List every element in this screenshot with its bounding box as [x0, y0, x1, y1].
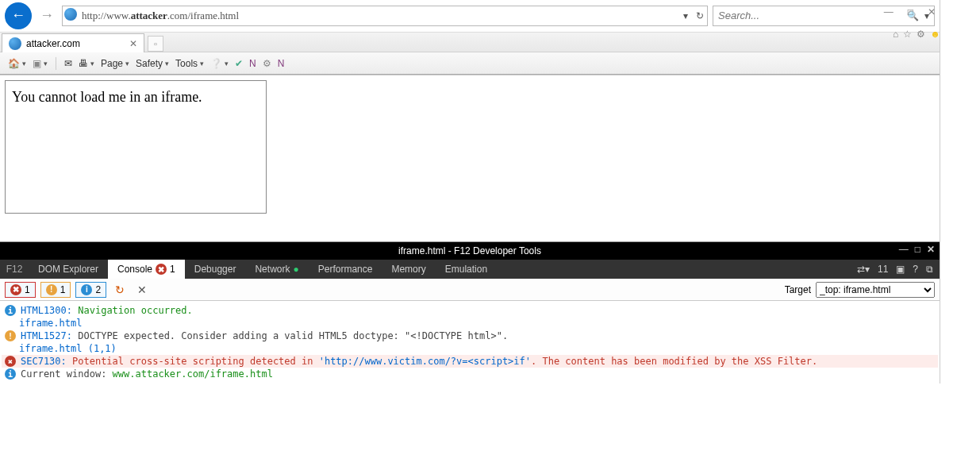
log-row-error: ✖ SEC7130: Potential cross-site scriptin…	[2, 355, 938, 368]
help-menu[interactable]: ❔	[210, 58, 229, 69]
header-count: 11	[878, 264, 888, 275]
maximize-button[interactable]: □	[908, 6, 913, 17]
refresh-icon[interactable]: ↻	[693, 10, 707, 21]
console-log: i HTML1300: Navigation occurred. iframe.…	[0, 301, 940, 384]
read-mail-icon[interactable]: ✉	[64, 58, 72, 69]
filter-warnings-button[interactable]: !1	[40, 282, 71, 298]
tab-title: attacker.com	[26, 38, 80, 49]
error-icon: ✖	[10, 284, 21, 295]
target-select[interactable]: _top: iframe.html	[816, 282, 935, 298]
favorites-icon[interactable]: ☆	[903, 29, 912, 40]
devtools-maximize-icon[interactable]: □	[915, 244, 920, 255]
tools-menu[interactable]: Tools	[175, 58, 204, 69]
address-bar[interactable]: http://www.attacker.com/iframe.html ▾ ↻	[62, 6, 708, 26]
tab-network[interactable]: Network ●	[245, 260, 308, 279]
feeds-menu[interactable]: ▣	[33, 58, 48, 69]
responsive-icon[interactable]: ⇄▾	[857, 264, 870, 275]
gear-icon[interactable]: ⚙	[263, 58, 271, 69]
safety-menu[interactable]: Safety	[136, 58, 169, 69]
devtools-panel: iframe.html - F12 Developer Tools — □ ✕ …	[0, 241, 940, 384]
log-row-file[interactable]: iframe.html	[2, 317, 938, 330]
browser-chrome-icons: ⌂ ☆ ⚙ ☻	[893, 29, 940, 40]
tab-strip: attacker.com ✕ ▫	[0, 32, 940, 52]
help-icon[interactable]: ?	[913, 264, 918, 275]
info-icon: i	[5, 305, 16, 316]
tools-gear-icon[interactable]: ⚙	[917, 29, 925, 40]
clear-console-icon[interactable]: ✕	[133, 283, 151, 296]
navigation-bar: ← → http://www.attacker.com/iframe.html …	[0, 0, 940, 32]
back-button[interactable]: ←	[5, 2, 32, 29]
clear-on-navigate-icon[interactable]: ↻	[111, 283, 129, 296]
onenote-send-icon[interactable]: N	[278, 58, 285, 69]
forward-button[interactable]: →	[37, 6, 57, 26]
error-badge-icon: ✖	[156, 264, 167, 275]
new-tab-button[interactable]: ▫	[148, 36, 163, 52]
tab-attacker[interactable]: attacker.com ✕	[2, 33, 144, 52]
devtools-tabs: F12 DOM Explorer Console ✖1 Debugger Net…	[0, 260, 940, 279]
print-menu[interactable]: 🖶	[79, 58, 94, 69]
log-row-file[interactable]: iframe.html (1,1)	[2, 342, 938, 355]
devtools-close-icon[interactable]: ✕	[927, 244, 935, 255]
window-controls: — □ ✕	[876, 6, 943, 17]
tab-console[interactable]: Console ✖1	[108, 260, 185, 279]
tab-performance[interactable]: Performance	[309, 260, 382, 279]
filter-info-button[interactable]: i2	[75, 282, 106, 298]
console-toolbar: ✖1 !1 i2 ↻ ✕ Target _top: iframe.html	[0, 279, 940, 301]
log-row-warn: ! HTML1527: DOCTYPE expected. Consider a…	[2, 330, 938, 342]
warning-icon: !	[5, 330, 16, 341]
iframe-placeholder: You cannot load me in an iframe.	[5, 80, 267, 214]
tab-emulation[interactable]: Emulation	[436, 260, 497, 279]
ie-favicon-icon	[63, 8, 79, 23]
log-row-info: i HTML1300: Navigation occurred.	[2, 304, 938, 317]
evernote-icon[interactable]: ✔	[235, 58, 243, 69]
log-row-current-window: i Current window: www.attacker.com/ifram…	[2, 368, 938, 380]
page-content: You cannot load me in an iframe.	[0, 75, 940, 241]
ie-favicon-icon	[9, 37, 21, 50]
smiley-icon[interactable]: ☻	[930, 29, 940, 40]
home-icon[interactable]: ⌂	[893, 29, 898, 40]
devtools-title: iframe.html - F12 Developer Tools	[398, 245, 541, 256]
minimize-button[interactable]: —	[884, 6, 894, 17]
onenote-linked-icon[interactable]: N	[249, 58, 256, 69]
error-icon: ✖	[5, 356, 16, 367]
target-label: Target	[785, 284, 811, 295]
warning-icon: !	[46, 284, 57, 295]
page-menu[interactable]: Page	[101, 58, 129, 69]
tab-memory[interactable]: Memory	[382, 260, 435, 279]
undock-icon[interactable]: ⧉	[926, 264, 933, 275]
console-shortcut-icon[interactable]: ▣	[896, 264, 905, 275]
tab-debugger[interactable]: Debugger	[185, 260, 246, 279]
home-menu[interactable]: 🏠	[8, 58, 26, 69]
filter-errors-button[interactable]: ✖1	[5, 282, 36, 298]
info-icon: i	[5, 368, 16, 380]
close-button[interactable]: ✕	[928, 6, 936, 17]
iframe-denied-text: You cannot load me in an iframe.	[12, 89, 202, 105]
url-input[interactable]: http://www.attacker.com/iframe.html	[79, 10, 678, 22]
f12-label: F12	[0, 264, 29, 275]
info-icon: i	[81, 284, 92, 295]
tab-close-icon[interactable]: ✕	[129, 38, 137, 49]
devtools-minimize-icon[interactable]: —	[899, 244, 909, 255]
devtools-titlebar: iframe.html - F12 Developer Tools — □ ✕	[0, 242, 940, 260]
record-icon: ●	[293, 264, 298, 275]
tab-dom-explorer[interactable]: DOM Explorer	[29, 260, 108, 279]
url-dropdown-icon[interactable]: ▾	[678, 10, 693, 21]
command-bar: 🏠 ▣ ✉ 🖶 Page Safety Tools ❔ ✔ N ⚙ N	[0, 52, 940, 75]
